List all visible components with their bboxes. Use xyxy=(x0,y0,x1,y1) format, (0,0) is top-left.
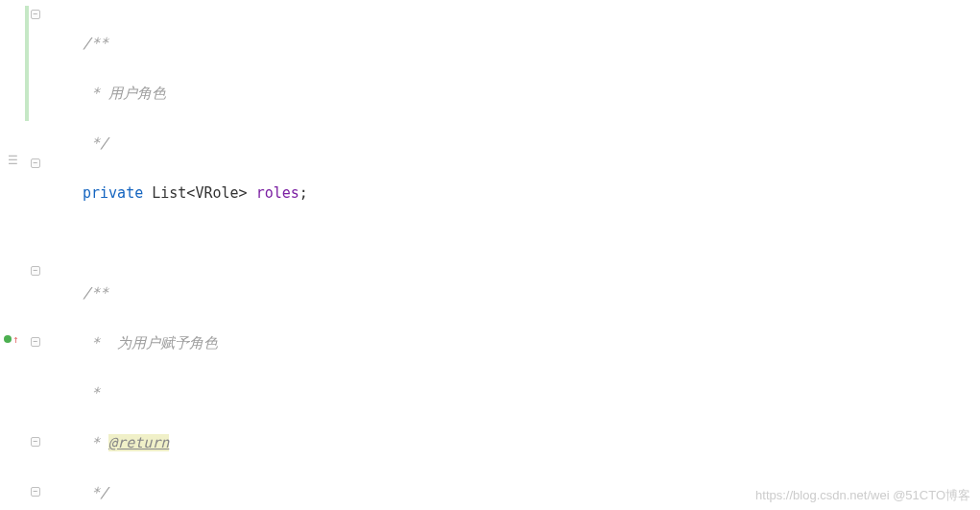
comment-text: /** xyxy=(83,35,108,52)
comment-text: */ xyxy=(83,484,108,501)
keyword-private: private xyxy=(83,184,143,202)
comment-text: * xyxy=(83,434,108,451)
field-name: roles xyxy=(256,184,299,202)
comment-text: */ xyxy=(83,134,108,152)
comment-text: * xyxy=(83,384,100,401)
fold-toggle[interactable]: − xyxy=(31,437,40,447)
type-name: List<VRole> xyxy=(152,184,247,202)
comment-text: * 用户角色 xyxy=(83,85,166,102)
fold-toggle[interactable]: − xyxy=(31,337,40,347)
fold-toggle[interactable]: − xyxy=(31,487,40,497)
comment-text: /** xyxy=(83,284,108,302)
editor-gutter: − ☰ − − ↑ − − − xyxy=(0,0,44,510)
code-editor[interactable]: /** * 用户角色 */ private List<VRole> roles;… xyxy=(44,0,980,510)
fold-toggle[interactable]: − xyxy=(31,10,40,19)
comment-text: * 为用户赋予角色 xyxy=(83,334,218,352)
javadoc-return-tag: @return xyxy=(108,434,169,451)
fold-toggle[interactable]: − xyxy=(31,266,40,276)
semicolon: ; xyxy=(299,184,308,202)
fold-toggle[interactable]: − xyxy=(31,158,40,168)
gutter-hint-icon: ☰ xyxy=(8,154,18,167)
override-indicator[interactable]: ↑ xyxy=(4,333,19,346)
vcs-change-marker xyxy=(25,6,29,121)
